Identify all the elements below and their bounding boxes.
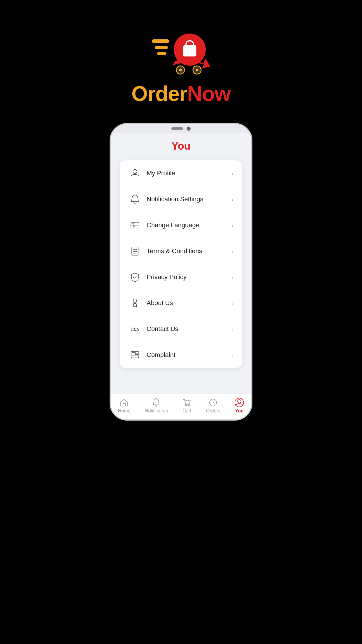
svg-point-33 <box>238 400 241 403</box>
svg-rect-17 <box>132 247 138 255</box>
document-icon <box>129 245 141 258</box>
menu-card: My Profile › Notification Settings › AR <box>120 160 242 368</box>
notch-pill <box>171 127 183 130</box>
phone-mockup: You My Profile › Notification Settings <box>110 123 252 421</box>
language-icon: AR <box>129 219 141 232</box>
svg-text:A: A <box>132 223 133 225</box>
svg-rect-4 <box>183 45 196 56</box>
menu-item-complaint[interactable]: Complaint › <box>126 342 236 368</box>
svg-point-9 <box>196 69 198 71</box>
chevron-right-icon: › <box>231 300 233 307</box>
notification-icon <box>152 398 161 407</box>
svg-point-31 <box>188 405 189 406</box>
nav-label-cart: Cart <box>182 408 191 414</box>
tie-icon <box>129 297 141 309</box>
nav-label-orders: Orders <box>206 408 220 414</box>
nav-item-notification[interactable]: Notification <box>145 398 168 414</box>
menu-item-my-profile[interactable]: My Profile › <box>126 160 236 186</box>
nav-label-notification: Notification <box>145 408 168 414</box>
menu-item-change-language[interactable]: AR Change Language › <box>126 212 236 238</box>
notch-camera <box>187 127 191 131</box>
menu-label-terms-conditions: Terms & Conditions <box>147 247 231 255</box>
nav-label-home: Home <box>118 408 131 414</box>
logo-graphic <box>149 23 213 76</box>
logo-text: OrderNow <box>131 82 231 106</box>
handshake-icon <box>129 323 141 335</box>
svg-rect-2 <box>157 52 166 55</box>
svg-rect-24 <box>132 353 136 355</box>
svg-point-30 <box>185 405 187 406</box>
menu-label-change-language: Change Language <box>147 221 231 229</box>
menu-label-my-profile: My Profile <box>147 169 231 177</box>
nav-item-orders[interactable]: Orders <box>206 398 220 414</box>
phone-notch <box>158 124 204 133</box>
menu-item-terms-conditions[interactable]: Terms & Conditions › <box>126 238 236 264</box>
menu-label-contact-us: Contact Us <box>147 325 231 333</box>
chevron-right-icon: › <box>231 196 233 203</box>
nav-item-home[interactable]: Home <box>118 398 131 414</box>
nav-label-you: You <box>235 408 244 414</box>
svg-text:R: R <box>134 225 135 227</box>
menu-label-privacy-policy: Privacy Policy <box>147 273 231 281</box>
nav-item-you[interactable]: You <box>235 398 244 414</box>
chevron-right-icon: › <box>231 352 233 358</box>
complaint-icon <box>129 349 141 361</box>
phone-screen: You My Profile › Notification Settings <box>111 133 251 419</box>
home-icon <box>120 398 129 407</box>
menu-label-about-us: About Us <box>147 299 231 307</box>
svg-rect-1 <box>155 46 168 49</box>
chevron-right-icon: › <box>231 274 233 281</box>
nav-item-cart[interactable]: Cart <box>182 398 191 414</box>
menu-item-contact-us[interactable]: Contact Us › <box>126 316 236 342</box>
svg-point-10 <box>133 169 137 174</box>
svg-line-22 <box>134 328 135 330</box>
menu-item-about-us[interactable]: About Us › <box>126 290 236 316</box>
svg-point-21 <box>133 299 137 302</box>
cart-icon <box>182 398 191 407</box>
orders-icon <box>208 398 218 407</box>
chevron-right-icon: › <box>231 248 233 255</box>
bell-icon <box>129 193 141 206</box>
you-icon <box>235 398 244 407</box>
chevron-right-icon: › <box>231 170 233 177</box>
person-icon <box>129 167 141 180</box>
shield-icon <box>129 271 141 284</box>
bottom-nav: Home Notification Ca <box>111 393 251 419</box>
menu-item-notification-settings[interactable]: Notification Settings › <box>126 186 236 212</box>
menu-item-privacy-policy[interactable]: Privacy Policy › <box>126 264 236 290</box>
menu-label-notification-settings: Notification Settings <box>147 195 231 203</box>
chevron-right-icon: › <box>231 222 233 229</box>
logo-area: OrderNow <box>131 23 231 106</box>
menu-label-complaint: Complaint <box>147 351 231 359</box>
svg-rect-0 <box>152 39 169 43</box>
page-title: You <box>171 140 190 152</box>
svg-point-7 <box>179 69 182 71</box>
chevron-right-icon: › <box>231 326 233 332</box>
